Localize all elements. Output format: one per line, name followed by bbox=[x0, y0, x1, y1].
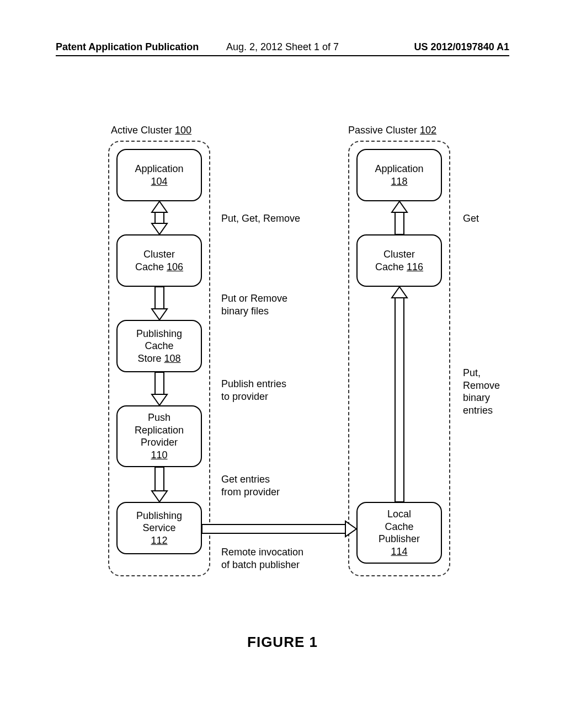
publishing-service-label: Publishing Service bbox=[136, 510, 182, 534]
application-left-ref: 104 bbox=[151, 175, 167, 188]
application-left-label: Application bbox=[135, 163, 183, 175]
passive-cluster-title: Passive Cluster 102 bbox=[348, 125, 436, 136]
application-right-label: Application bbox=[375, 163, 423, 175]
page: Patent Application Publication Aug. 2, 2… bbox=[0, 0, 565, 728]
application-box-right: Application 118 bbox=[356, 149, 442, 201]
application-right-ref: 118 bbox=[391, 175, 407, 188]
figure-label: FIGURE 1 bbox=[56, 634, 509, 651]
publishing-service-ref: 112 bbox=[151, 534, 167, 547]
passive-cluster-ref: 102 bbox=[420, 125, 436, 136]
push-replication-provider-ref: 110 bbox=[151, 449, 167, 462]
annotation-remote-invocation: Remote invocation of batch publisher bbox=[221, 546, 303, 571]
annotation-publish-entries: Publish entries to provider bbox=[221, 378, 286, 403]
local-cache-publisher-ref: 114 bbox=[391, 545, 407, 558]
header-rule bbox=[56, 55, 509, 56]
local-cache-publisher-box: Local Cache Publisher 114 bbox=[356, 502, 442, 564]
publishing-cache-store-box: Publishing Cache Store 108 bbox=[116, 320, 202, 372]
annotation-put-remove-binary-entries: Put, Remove binary entries bbox=[463, 367, 509, 416]
diagram: Active Cluster 100 Passive Cluster 102 A… bbox=[56, 77, 509, 618]
push-replication-provider-label: Push Replication Provider bbox=[135, 411, 184, 449]
annotation-put-remove-binary-files: Put or Remove binary files bbox=[221, 292, 287, 317]
publishing-cache-store-ref: 108 bbox=[164, 353, 180, 364]
cluster-cache-box-right: Cluster Cache 116 bbox=[356, 234, 442, 287]
local-cache-publisher-label: Local Cache Publisher bbox=[379, 508, 420, 545]
svg-rect-4 bbox=[202, 524, 345, 533]
annotation-get-entries: Get entries from provider bbox=[221, 473, 280, 498]
passive-cluster-label: Passive Cluster bbox=[348, 125, 420, 136]
active-cluster-ref: 100 bbox=[175, 125, 191, 136]
active-cluster-title: Active Cluster 100 bbox=[111, 125, 191, 136]
cluster-cache-left-ref: 106 bbox=[167, 261, 183, 272]
cluster-cache-right-ref: 116 bbox=[407, 261, 423, 272]
active-cluster-label: Active Cluster bbox=[111, 125, 175, 136]
annotation-get: Get bbox=[463, 212, 479, 225]
cluster-cache-box-left: Cluster Cache 106 bbox=[116, 234, 202, 287]
header-right: US 2012/0197840 A1 bbox=[414, 41, 509, 53]
publishing-service-box: Publishing Service 112 bbox=[116, 502, 202, 554]
arrow-pubsvc-to-localpublisher bbox=[202, 521, 356, 537]
application-box-left: Application 104 bbox=[116, 149, 202, 201]
annotation-put-get-remove: Put, Get, Remove bbox=[221, 212, 300, 225]
push-replication-provider-box: Push Replication Provider 110 bbox=[116, 405, 202, 467]
